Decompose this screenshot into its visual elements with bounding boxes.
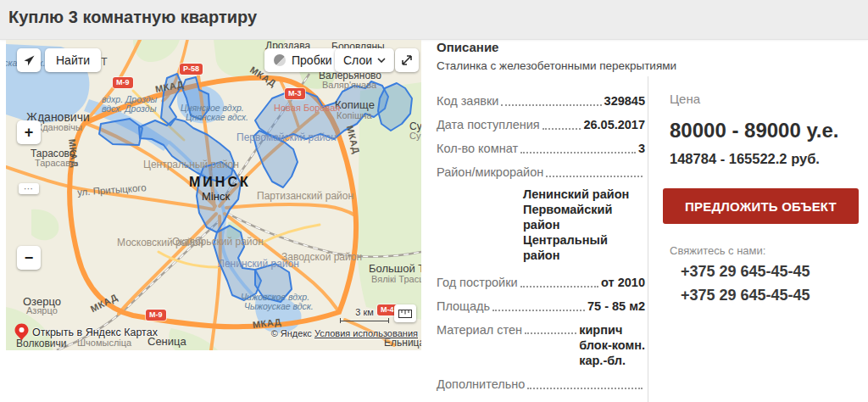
- open-in-yandex-maps-label: Открыть в Яндекс Картах: [32, 327, 158, 338]
- phone-number[interactable]: +375 29 645-45-45: [663, 287, 858, 304]
- material-value: кирпич: [579, 322, 645, 338]
- material-value: блок-комн.: [579, 338, 645, 353]
- description-panel: Описание Сталинка с железобетонными пере…: [437, 40, 645, 402]
- open-in-yandex-maps-link[interactable]: Открыть в Яндекс Картах: [14, 323, 158, 341]
- map-label-tarasovo-by: Тарасава: [35, 159, 75, 169]
- field-label: Дата поступления: [437, 117, 540, 132]
- page-header: Куплю 3 комнатную квартиру: [0, 0, 868, 40]
- map-label-su-by: Су: [409, 131, 420, 142]
- dotted-leader: [501, 104, 601, 106]
- terms-of-use-link[interactable]: Условия использования: [314, 328, 418, 338]
- fullscreen-button[interactable]: [395, 48, 419, 72]
- map-label-drozdy-by: вдсх. Дрозды: [102, 104, 156, 114]
- field-value-multiline: кирпич блок-комн. кар.-бл.: [579, 322, 645, 368]
- map-scale-bar: [340, 318, 389, 323]
- traffic-button-label: Пробки: [292, 53, 332, 67]
- map-label-minsk-by: Мінск: [202, 191, 230, 203]
- traffic-button[interactable]: Пробки: [264, 48, 342, 72]
- map-label-novaya-borovaya: Новая Боровая: [274, 103, 340, 114]
- price-main-value: 80000 - 89000 у.е.: [663, 119, 858, 142]
- map-label-chizhovskoe-by: Чыжоускае вдск.: [244, 302, 314, 311]
- field-value: 75 - 85 м2: [587, 299, 645, 314]
- traffic-circle-icon: [274, 54, 286, 66]
- zoom-in-label: +: [25, 124, 34, 142]
- map-pin-icon: [14, 323, 29, 341]
- field-label: Год постройки: [437, 275, 518, 290]
- zoom-out-label: −: [25, 249, 34, 267]
- price-rub-value: 148784 - 165522.2 руб.: [663, 151, 858, 167]
- field-label: Кол-во комнат: [437, 141, 518, 156]
- field-value: от 2010: [601, 275, 645, 290]
- map-label-minsk: МИНСК: [189, 176, 251, 190]
- geolocate-button[interactable]: [17, 48, 41, 72]
- field-label: Дополнительно: [437, 377, 525, 392]
- road-badge-m3: М-3: [285, 88, 305, 99]
- offer-object-button[interactable]: ПРЕДЛОЖИТЬ ОБЪЕКТ: [663, 188, 859, 224]
- field-label: Материал стен: [437, 322, 522, 338]
- district-value: Первомайский район: [523, 202, 645, 232]
- yandex-map[interactable]: ускае вдсх. ИВВиТ Дроздава Боровляны Бар…: [6, 40, 421, 350]
- map-label-yelnitsa: Ельница: [384, 338, 421, 349]
- find-button-label: Найти: [56, 53, 90, 67]
- ruler-icon: [398, 310, 412, 318]
- map-label-kopishche-by: Копішча: [337, 111, 372, 121]
- geolocation-arrow-icon: [23, 54, 36, 67]
- map-label-tsnyanskoe-by: Цнянскае вдсх.: [186, 113, 248, 122]
- field-row-rooms: Кол-во комнат 3: [437, 141, 645, 156]
- map-scale-label: 3 км: [340, 307, 389, 317]
- field-value: 3: [638, 141, 645, 156]
- dotted-leader: [542, 128, 581, 130]
- map-label-zhdanovichi-by: Ждановічы: [34, 123, 82, 133]
- price-panel: Цена 80000 - 89000 у.е. 148784 - 165522.…: [648, 76, 868, 402]
- field-label: Площадь: [437, 299, 490, 314]
- map-label-partizansky-district: Партизанский район: [257, 191, 335, 203]
- map-attribution: © Яндекс Условия использования: [271, 328, 418, 338]
- layers-button[interactable]: Слои: [335, 48, 394, 72]
- dotted-leader: [492, 310, 585, 311]
- chevron-down-icon: [377, 58, 386, 63]
- map-label-bolshoy: Большой Тр: [369, 263, 421, 275]
- field-row-additional: Дополнительно: [437, 377, 645, 392]
- zoom-slider-handle[interactable]: ⋯: [19, 183, 39, 194]
- zoom-in-button[interactable]: +: [17, 120, 41, 144]
- map-label-valeryanovo-by: Валяр'янава: [322, 81, 376, 91]
- field-row-district: Район/микрорайон: [437, 165, 645, 180]
- road-badge-m9: М-9: [113, 77, 133, 88]
- dotted-leader: [546, 176, 643, 177]
- field-row-date: Дата поступления 26.05.2017: [437, 117, 645, 132]
- map-scale: 3 км: [340, 307, 389, 323]
- slider-dots-icon: ⋯: [24, 183, 34, 194]
- map-label-ozertso-by: Азярцо: [26, 306, 58, 316]
- dotted-leader: [520, 152, 636, 154]
- district-value: Центральный район: [523, 232, 645, 263]
- find-button[interactable]: Найти: [45, 48, 101, 72]
- description-subtitle: Сталинка с железобетонными перекрытиями: [437, 59, 645, 72]
- description-heading: Описание: [437, 40, 645, 54]
- phone-number[interactable]: +375 29 645-45-45: [663, 263, 858, 281]
- map-label-bolshoy-by: Вялікі Трасця: [371, 275, 421, 285]
- page-title: Куплю 3 комнатную квартиру: [8, 8, 257, 27]
- field-value: 329845: [604, 93, 645, 109]
- material-value: кар.-бл.: [579, 353, 645, 368]
- ruler-button[interactable]: [394, 304, 416, 322]
- layers-button-label: Слои: [343, 53, 372, 67]
- field-label: Код заявки: [437, 93, 498, 109]
- road-badge-m9-south: М-9: [146, 310, 166, 321]
- field-row-year: Год постройки от 2010: [437, 275, 645, 290]
- dotted-leader: [525, 332, 576, 334]
- expand-arrows-icon: [401, 54, 413, 66]
- map-label-oktyabrsky-district: Октябрьский район: [172, 237, 238, 248]
- map-label-zavodskoy-district: Заводской район: [281, 252, 342, 264]
- field-row-area: Площадь 75 - 85 м2: [437, 299, 645, 314]
- map-copyright: © Яндекс: [271, 328, 312, 338]
- price-label: Цена: [663, 92, 858, 106]
- map-label-kopishche: Копище: [335, 99, 375, 111]
- map-label-tsentralny-district: Центральный район: [143, 159, 216, 171]
- field-value: 26.05.2017: [583, 117, 645, 132]
- map-label-pervomaisky-district: Первомайский район: [236, 132, 321, 144]
- road-badge-p58: Р-58: [180, 64, 203, 75]
- dotted-leader: [527, 388, 643, 389]
- zoom-out-button[interactable]: −: [17, 246, 41, 270]
- district-values: Ленинский район Первомайский район Центр…: [437, 187, 645, 263]
- field-label: Район/микрорайон: [437, 165, 543, 180]
